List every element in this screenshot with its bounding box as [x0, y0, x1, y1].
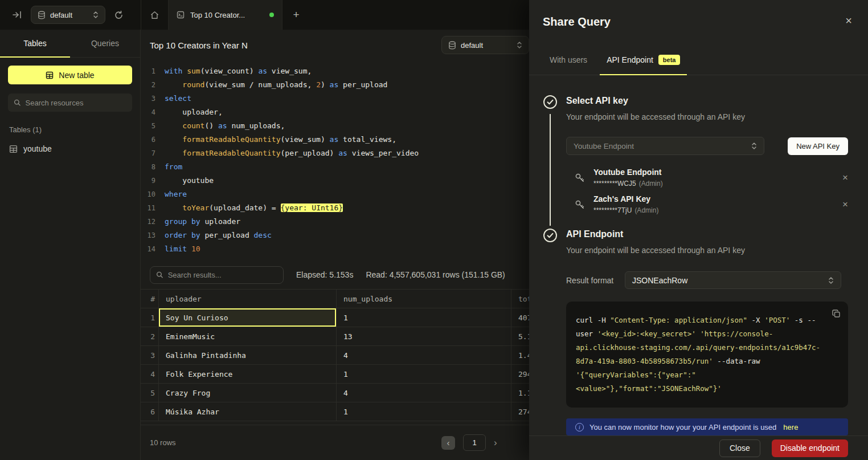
code-text: formatReadableQuantity(per_upload) as vi… [155, 146, 419, 160]
line-number: 13 [141, 229, 155, 242]
cell-num-uploads[interactable]: 1 [337, 365, 511, 383]
editor-database-selector[interactable]: default [441, 36, 529, 54]
tab-label: Tables [23, 39, 46, 48]
new-tab-button[interactable]: + [282, 0, 310, 30]
database-selector-value: default [50, 11, 88, 19]
chevron-right-icon: › [494, 437, 497, 448]
tab-api-endpoint[interactable]: API Endpoint beta [600, 51, 687, 75]
result-format-select[interactable]: JSONEachRow [625, 271, 841, 289]
sql-token: group by [165, 217, 200, 226]
header-cell[interactable]: uploader [159, 290, 337, 308]
sidebar-toggle-button[interactable] [12, 10, 22, 20]
code-text: where [155, 188, 187, 201]
plus-icon: + [293, 9, 299, 21]
cell-uploader[interactable]: Crazy Frog [159, 384, 337, 402]
cell-uploader[interactable]: Músika Azhar [159, 402, 337, 421]
sql-token [165, 135, 182, 144]
step-subtitle: Your endpoint will be accessed through a… [566, 112, 848, 122]
read-label: Read: 4,557,605,031 rows (151.15 GB) [366, 270, 505, 279]
api-key-item: Zach's API Key*********7TjU(Admin)× [566, 191, 848, 218]
cell-num-uploads[interactable]: 1 [337, 308, 511, 327]
line-number: 7 [141, 146, 155, 160]
home-button[interactable] [141, 0, 169, 30]
sql-token: as [338, 149, 347, 157]
sql-token: {year: UInt16} [281, 203, 343, 212]
share-query-panel: Share Query × With users API Endpoint be… [529, 0, 868, 460]
curl-token: 'POST' [764, 316, 790, 324]
next-page-button[interactable]: › [494, 438, 497, 447]
search-resources-input[interactable] [26, 99, 126, 107]
sql-token: (upload_date) = [209, 203, 280, 212]
refresh-button[interactable] [114, 10, 124, 20]
api-key-select-value: Youtube Endpoint [574, 142, 634, 150]
sql-token: formatReadableQuantity [182, 135, 280, 144]
prev-page-button[interactable]: ‹ [441, 436, 455, 450]
new-api-key-button[interactable]: New API Key [788, 137, 848, 155]
row-number-cell: 1 [141, 308, 159, 327]
sql-token: as [330, 135, 339, 144]
copy-button[interactable] [832, 309, 841, 318]
clickhouse-console: default Top 10 Creator... + Tables Queri… [0, 0, 868, 460]
code-text: count() as num_uploads, [155, 119, 285, 133]
query-tab[interactable]: Top 10 Creator... [169, 0, 282, 30]
info-icon: i [575, 423, 584, 431]
panel-title: Share Query [543, 15, 853, 29]
search-resources-box[interactable] [8, 93, 132, 112]
database-selector[interactable]: default [31, 6, 105, 24]
api-key-name: Youtube Endpoint [593, 168, 663, 177]
share-panel-tabs: With users API Endpoint beta [529, 51, 868, 75]
cell-num-uploads[interactable]: 4 [337, 384, 511, 402]
table-item-youtube[interactable]: youtube [0, 140, 140, 158]
cell-num-uploads[interactable]: 1 [337, 402, 511, 421]
banner-link-here[interactable]: here [783, 423, 798, 431]
close-panel-button[interactable]: × [845, 15, 852, 26]
grid-icon [46, 71, 54, 79]
tab-label: Queries [91, 39, 119, 48]
table-name: youtube [23, 144, 52, 153]
tab-with-users[interactable]: With users [543, 51, 594, 75]
tab-tables[interactable]: Tables [0, 30, 70, 57]
sidebar: Tables Queries New table Tables (1) yout… [0, 30, 141, 460]
step-select-api-key: Select API key Your endpoint will be acc… [543, 95, 848, 218]
cell-uploader[interactable]: EminemMusic [159, 327, 337, 345]
new-table-button[interactable]: New table [8, 66, 132, 84]
unsaved-indicator-dot [269, 13, 274, 17]
sql-token: () [204, 121, 218, 130]
remove-key-button[interactable]: × [842, 173, 848, 182]
api-key-list: Youtube Endpoint*********WCJ5(Admin)×Zac… [566, 164, 848, 218]
code-text: select [155, 92, 191, 105]
step-subtitle: Your endpoint will be accessed through a… [566, 245, 848, 255]
cell-uploader[interactable]: Folk Experience [159, 365, 337, 383]
tab-queries[interactable]: Queries [70, 30, 140, 57]
header-cell[interactable]: num_uploads [337, 290, 511, 308]
row-number-cell: 6 [141, 402, 159, 421]
close-button[interactable]: Close [719, 439, 760, 457]
curl-command[interactable]: curl -H "Content-Type: application/json"… [576, 314, 825, 396]
curl-token: -X [747, 316, 764, 324]
page-number[interactable]: 1 [463, 434, 486, 451]
cell-num-uploads[interactable]: 13 [337, 327, 511, 345]
close-icon: × [845, 14, 852, 27]
search-results-input[interactable] [168, 271, 277, 279]
api-key-text: Zach's API Key*********7TjU(Admin) [593, 194, 658, 214]
api-key-sub: *********7TjU(Admin) [593, 206, 658, 214]
line-number: 8 [141, 160, 155, 174]
tables-section-label[interactable]: Tables (1) [9, 125, 131, 134]
row-number-cell: 5 [141, 384, 159, 402]
remove-key-button[interactable]: × [842, 200, 848, 209]
cell-num-uploads[interactable]: 4 [337, 346, 511, 364]
line-number: 4 [141, 105, 155, 119]
search-results-box[interactable] [150, 266, 284, 284]
cell-uploader[interactable]: Soy Un Curioso [159, 308, 337, 327]
disable-endpoint-button[interactable]: Disable endpoint [772, 439, 848, 457]
database-icon [38, 11, 46, 19]
api-key-masked: *********WCJ5 [593, 180, 636, 188]
line-number: 6 [141, 133, 155, 146]
sql-token: with [165, 67, 182, 75]
api-key-select[interactable]: Youtube Endpoint [566, 137, 764, 155]
api-key-sub: *********WCJ5(Admin) [593, 180, 663, 188]
header-cell[interactable]: # [141, 290, 159, 308]
chevron-updown-icon [751, 142, 757, 150]
cell-uploader[interactable]: Galinha Pintadinha [159, 346, 337, 364]
copy-icon [832, 309, 841, 318]
